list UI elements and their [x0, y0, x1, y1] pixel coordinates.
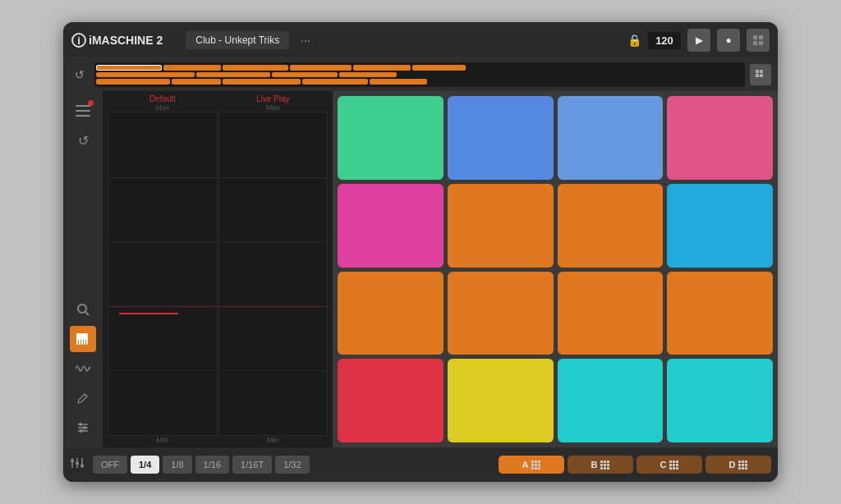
pad-15[interactable] [558, 359, 664, 442]
liveplay-max-label: Max [218, 103, 329, 112]
song-grid-button[interactable] [750, 64, 771, 85]
piano-roll-icon[interactable] [70, 326, 96, 352]
svg-rect-2 [753, 41, 757, 45]
view-toggle-button[interactable] [747, 29, 770, 52]
off-button[interactable]: OFF [93, 456, 127, 474]
pad-12[interactable] [667, 272, 773, 355]
play-button[interactable]: ▶ [687, 29, 710, 52]
svg-rect-9 [76, 110, 90, 112]
pad-2[interactable] [448, 96, 554, 180]
svg-point-22 [79, 423, 82, 426]
song-track-area[interactable] [94, 62, 745, 87]
group-B-button[interactable]: B [568, 456, 633, 474]
svg-rect-8 [76, 105, 90, 107]
bpm-display[interactable]: 120 [648, 32, 681, 49]
q3-button[interactable]: 1/16 [195, 456, 229, 474]
pad-11[interactable] [558, 272, 664, 355]
loop-sidebar-icon[interactable]: ↺ [70, 127, 96, 153]
svg-point-26 [80, 429, 83, 433]
svg-rect-32 [80, 465, 84, 467]
main-area: ↺ [63, 91, 778, 447]
wave-icon[interactable] [70, 355, 96, 382]
svg-rect-31 [76, 462, 79, 465]
group-C-button[interactable]: C [636, 456, 702, 474]
svg-rect-1 [759, 35, 763, 39]
svg-rect-7 [760, 74, 763, 77]
svg-point-11 [78, 305, 86, 313]
mixer-icon[interactable] [70, 456, 85, 473]
pad-5[interactable] [338, 184, 443, 268]
loop-icon[interactable]: ↺ [70, 65, 90, 85]
svg-point-24 [83, 426, 86, 429]
pad-16[interactable] [667, 359, 773, 442]
default-max-label: Max [108, 103, 218, 112]
pad-3[interactable] [558, 96, 664, 180]
group-D-button[interactable]: D [705, 456, 771, 474]
dots-menu-button[interactable]: ··· [296, 32, 315, 48]
default-min-label: Min [108, 436, 218, 444]
svg-rect-5 [760, 70, 763, 73]
svg-rect-0 [753, 35, 757, 39]
pad-13[interactable] [338, 359, 443, 442]
velocity-charts [103, 112, 333, 436]
header: i iMASCHINE 2 Club - Unkept Triks ··· 🔒 … [63, 22, 778, 58]
center-panel: Default Live Play Max Max [103, 91, 333, 447]
pencil-icon[interactable] [70, 385, 96, 411]
pad-10[interactable] [448, 272, 554, 355]
svg-rect-18 [76, 333, 80, 340]
svg-rect-6 [756, 74, 759, 77]
q5-button[interactable]: 1/32 [275, 456, 309, 474]
liveplay-min-label: Min [218, 436, 329, 444]
sliders-icon[interactable] [70, 415, 96, 441]
svg-rect-30 [71, 460, 74, 462]
svg-line-12 [85, 312, 89, 315]
group-buttons: ABCD [499, 456, 771, 474]
svg-rect-4 [756, 70, 759, 73]
song-bar: ↺ [63, 58, 778, 91]
pad-8[interactable] [667, 184, 773, 268]
q4-button[interactable]: 1/16T [232, 456, 272, 474]
record-button[interactable]: ● [717, 29, 740, 52]
q2-button[interactable]: 1/8 [163, 456, 191, 474]
liveplay-col-title: Live Play [218, 94, 329, 103]
pad-14[interactable] [448, 359, 554, 442]
menu-icon[interactable] [70, 98, 96, 124]
default-col-title: Default [108, 94, 218, 103]
app-container: i iMASCHINE 2 Club - Unkept Triks ··· 🔒 … [63, 22, 778, 482]
lock-icon: 🔒 [627, 34, 641, 47]
pad-1[interactable] [338, 96, 443, 180]
pad-7[interactable] [558, 184, 664, 268]
q1-button[interactable]: 1/4 [131, 456, 159, 474]
logo: i iMASCHINE 2 [71, 33, 163, 48]
logo-text: iMASCHINE 2 [89, 34, 163, 47]
left-sidebar: ↺ [63, 91, 103, 447]
group-A-button[interactable]: A [499, 456, 564, 474]
svg-rect-20 [85, 333, 87, 340]
song-name[interactable]: Club - Unkept Triks [186, 31, 289, 49]
bottom-bar: OFF 1/4 1/8 1/16 1/16T 1/32 ABCD [63, 447, 778, 482]
svg-rect-19 [80, 333, 84, 340]
pad-9[interactable] [338, 272, 443, 355]
search-sidebar-icon[interactable] [70, 296, 96, 323]
svg-rect-10 [76, 115, 90, 117]
pad-grid [338, 96, 773, 442]
pad-6[interactable] [448, 184, 554, 268]
pad-area [333, 91, 778, 447]
pad-4[interactable] [667, 96, 773, 180]
svg-rect-3 [759, 41, 763, 45]
